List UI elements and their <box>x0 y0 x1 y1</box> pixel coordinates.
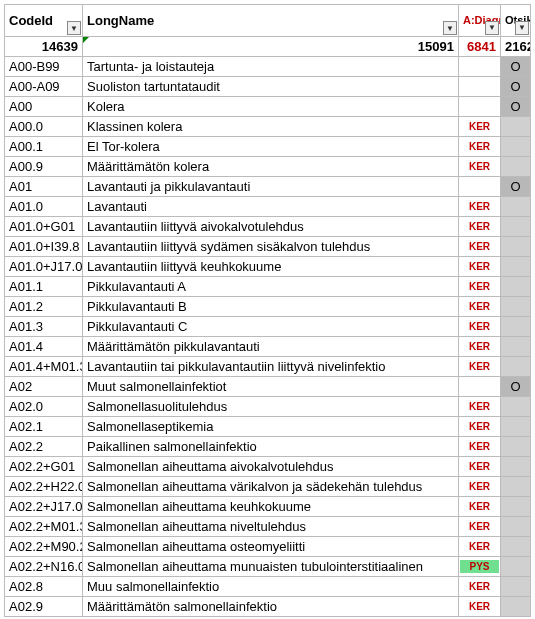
cell-longname[interactable]: Lavantauti ja pikkulavantauti <box>83 177 459 197</box>
cell-codeid[interactable]: A02.2+G01 <box>5 457 83 477</box>
table-row[interactable]: A00KoleraO <box>5 97 531 117</box>
cell-codeid[interactable]: A00.0 <box>5 117 83 137</box>
cell-diag-tag: KER <box>459 357 501 377</box>
table-row[interactable]: A01.2Pikkulavantauti BKER <box>5 297 531 317</box>
table-row[interactable]: A02.1SalmonellaseptikemiaKER <box>5 417 531 437</box>
cell-codeid[interactable]: A00.1 <box>5 137 83 157</box>
cell-codeid[interactable]: A02.2+N16.0 <box>5 557 83 577</box>
cell-longname[interactable]: Klassinen kolera <box>83 117 459 137</box>
cell-codeid[interactable]: A01.0+G01 <box>5 217 83 237</box>
table-row[interactable]: A01.0+I39.8Lavantautiin liittyvä sydämen… <box>5 237 531 257</box>
cell-codeid[interactable]: A01.0+I39.8 <box>5 237 83 257</box>
cell-codeid[interactable]: A01.1 <box>5 277 83 297</box>
header-longname[interactable]: LongName ▼ <box>83 5 459 37</box>
cell-otsi <box>501 317 531 337</box>
table-row[interactable]: A00.1El Tor-koleraKER <box>5 137 531 157</box>
cell-longname[interactable]: Määrittämätön salmonellainfektio <box>83 597 459 617</box>
table-row[interactable]: A00.9Määrittämätön koleraKER <box>5 157 531 177</box>
cell-longname[interactable]: Salmonellaseptikemia <box>83 417 459 437</box>
filter-dropdown-icon[interactable]: ▼ <box>443 21 457 35</box>
header-codeid[interactable]: CodeId ▼ <box>5 5 83 37</box>
cell-longname[interactable]: El Tor-kolera <box>83 137 459 157</box>
cell-longname[interactable]: Kolera <box>83 97 459 117</box>
cell-longname[interactable]: Määrittämätön pikkulavantauti <box>83 337 459 357</box>
cell-longname[interactable]: Suoliston tartuntataudit <box>83 77 459 97</box>
cell-codeid[interactable]: A02.0 <box>5 397 83 417</box>
cell-longname[interactable]: Salmonellan aiheuttama munuaisten tubulo… <box>83 557 459 577</box>
cell-codeid[interactable]: A02.2+M90.2 <box>5 537 83 557</box>
cell-codeid[interactable]: A01.3 <box>5 317 83 337</box>
cell-codeid[interactable]: A02.9 <box>5 597 83 617</box>
cell-longname[interactable]: Lavantauti <box>83 197 459 217</box>
cell-codeid[interactable]: A02.2+J17.0 <box>5 497 83 517</box>
total-codeid: 14639 <box>5 37 83 57</box>
cell-longname[interactable]: Salmonellan aiheuttama osteomyeliitti <box>83 537 459 557</box>
cell-longname[interactable]: Salmonellan aiheuttama keuhkokuume <box>83 497 459 517</box>
table-row[interactable]: A02Muut salmonellainfektiotO <box>5 377 531 397</box>
cell-longname[interactable]: Salmonellasuolitulehdus <box>83 397 459 417</box>
table-row[interactable]: A02.0SalmonellasuolitulehdusKER <box>5 397 531 417</box>
filter-dropdown-icon[interactable]: ▼ <box>485 21 499 35</box>
table-row[interactable]: A02.8Muu salmonellainfektioKER <box>5 577 531 597</box>
cell-longname[interactable]: Lavantautiin liittyvä aivokalvotulehdus <box>83 217 459 237</box>
cell-longname[interactable]: Salmonellan aiheuttama aivokalvotulehdus <box>83 457 459 477</box>
cell-codeid[interactable]: A02.2 <box>5 437 83 457</box>
cell-longname[interactable]: Salmonellan aiheuttama värikalvon ja säd… <box>83 477 459 497</box>
cell-codeid[interactable]: A00-B99 <box>5 57 83 77</box>
tag-ker-badge: KER <box>460 520 499 533</box>
cell-codeid[interactable]: A01.4 <box>5 337 83 357</box>
cell-longname[interactable]: Tartunta- ja loistauteja <box>83 57 459 77</box>
table-row[interactable]: A02.2+G01Salmonellan aiheuttama aivokalv… <box>5 457 531 477</box>
cell-codeid[interactable]: A01.0 <box>5 197 83 217</box>
table-row[interactable]: A02.2+M01.3Salmonellan aiheuttama nivelt… <box>5 517 531 537</box>
cell-codeid[interactable]: A01 <box>5 177 83 197</box>
cell-codeid[interactable]: A02.8 <box>5 577 83 597</box>
filter-dropdown-icon[interactable]: ▼ <box>515 21 529 35</box>
cell-codeid[interactable]: A00.9 <box>5 157 83 177</box>
table-row[interactable]: A00-B99Tartunta- ja loistautejaO <box>5 57 531 77</box>
table-row[interactable]: A01Lavantauti ja pikkulavantautiO <box>5 177 531 197</box>
table-row[interactable]: A02.2+M90.2Salmonellan aiheuttama osteom… <box>5 537 531 557</box>
table-row[interactable]: A00.0Klassinen koleraKER <box>5 117 531 137</box>
cell-codeid[interactable]: A00 <box>5 97 83 117</box>
cell-codeid[interactable]: A00-A09 <box>5 77 83 97</box>
cell-longname[interactable]: Pikkulavantauti C <box>83 317 459 337</box>
cell-otsi <box>501 237 531 257</box>
cell-otsi <box>501 417 531 437</box>
table-row[interactable]: A01.1Pikkulavantauti AKER <box>5 277 531 297</box>
table-row[interactable]: A01.4+M01.3Lavantautiin tai pikkulavanta… <box>5 357 531 377</box>
header-otsi[interactable]: Otsikk ▼ <box>501 5 531 37</box>
table-row[interactable]: A01.3Pikkulavantauti CKER <box>5 317 531 337</box>
cell-longname[interactable]: Pikkulavantauti B <box>83 297 459 317</box>
cell-longname[interactable]: Muut salmonellainfektiot <box>83 377 459 397</box>
cell-codeid[interactable]: A01.0+J17.0 <box>5 257 83 277</box>
cell-codeid[interactable]: A02.1 <box>5 417 83 437</box>
cell-longname[interactable]: Salmonellan aiheuttama niveltulehdus <box>83 517 459 537</box>
table-row[interactable]: A02.2+N16.0Salmonellan aiheuttama munuai… <box>5 557 531 577</box>
cell-longname[interactable]: Lavantautiin tai pikkulavantautiin liitt… <box>83 357 459 377</box>
cell-codeid[interactable]: A01.4+M01.3 <box>5 357 83 377</box>
cell-codeid[interactable]: A02.2+H22.0 <box>5 477 83 497</box>
cell-codeid[interactable]: A02.2+M01.3 <box>5 517 83 537</box>
cell-longname[interactable]: Pikkulavantauti A <box>83 277 459 297</box>
table-row[interactable]: A02.9Määrittämätön salmonellainfektioKER <box>5 597 531 617</box>
cell-codeid[interactable]: A02 <box>5 377 83 397</box>
cell-longname[interactable]: Lavantautiin liittyvä keuhkokuume <box>83 257 459 277</box>
cell-longname[interactable]: Lavantautiin liittyvä sydämen sisäkalvon… <box>83 237 459 257</box>
table-row[interactable]: A02.2+J17.0Salmonellan aiheuttama keuhko… <box>5 497 531 517</box>
cell-longname[interactable]: Määrittämätön kolera <box>83 157 459 177</box>
table-row[interactable]: A01.4Määrittämätön pikkulavantautiKER <box>5 337 531 357</box>
cell-otsi: O <box>501 57 531 77</box>
cell-codeid[interactable]: A01.2 <box>5 297 83 317</box>
table-row[interactable]: A02.2+H22.0Salmonellan aiheuttama värika… <box>5 477 531 497</box>
table-row[interactable]: A00-A09Suoliston tartuntatauditO <box>5 77 531 97</box>
table-row[interactable]: A01.0+G01Lavantautiin liittyvä aivokalvo… <box>5 217 531 237</box>
filter-dropdown-icon[interactable]: ▼ <box>67 21 81 35</box>
cell-otsi <box>501 277 531 297</box>
table-row[interactable]: A01.0+J17.0Lavantautiin liittyvä keuhkok… <box>5 257 531 277</box>
cell-longname[interactable]: Muu salmonellainfektio <box>83 577 459 597</box>
table-row[interactable]: A02.2Paikallinen salmonellainfektioKER <box>5 437 531 457</box>
cell-longname[interactable]: Paikallinen salmonellainfektio <box>83 437 459 457</box>
table-row[interactable]: A01.0LavantautiKER <box>5 197 531 217</box>
header-diag[interactable]: A:Diagnoo ▼ <box>459 5 501 37</box>
